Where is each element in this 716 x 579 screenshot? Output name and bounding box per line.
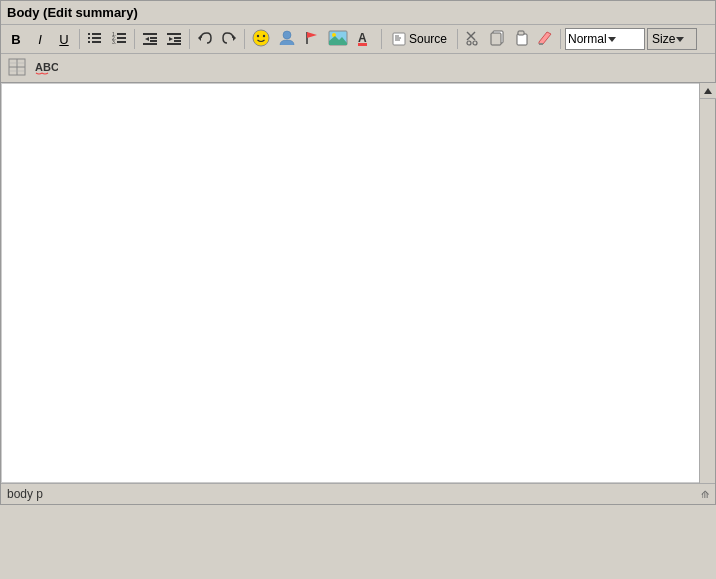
- eraser-icon: [537, 30, 553, 49]
- ordered-list-icon: 1. 2. 3.: [111, 30, 127, 49]
- svg-point-27: [263, 34, 265, 36]
- bold-button[interactable]: B: [5, 28, 27, 50]
- svg-marker-48: [539, 32, 551, 44]
- format-value: Normal: [568, 32, 607, 46]
- copy-icon: [489, 30, 505, 49]
- emoticon-icon: [252, 29, 270, 50]
- user-icon: [278, 29, 296, 50]
- separator3: [189, 29, 190, 49]
- source-button[interactable]: Source: [386, 28, 453, 50]
- spell-check-icon: ABC: [34, 58, 58, 79]
- svg-rect-47: [518, 31, 524, 35]
- separator2: [134, 29, 135, 49]
- cut-button[interactable]: [462, 28, 484, 50]
- source-label: Source: [409, 32, 447, 46]
- indent-button[interactable]: [163, 28, 185, 50]
- svg-rect-5: [92, 41, 101, 43]
- svg-point-42: [467, 41, 471, 45]
- svg-marker-24: [233, 35, 236, 41]
- spell-check-button[interactable]: ABC: [31, 57, 61, 79]
- italic-icon: I: [38, 32, 42, 47]
- table-icon: [8, 58, 26, 79]
- svg-rect-0: [88, 33, 90, 35]
- text-color-button[interactable]: A: [353, 28, 377, 50]
- resize-handle[interactable]: ⟰: [701, 489, 709, 500]
- svg-rect-4: [88, 41, 90, 43]
- underline-icon: U: [59, 32, 68, 47]
- svg-marker-13: [145, 37, 149, 41]
- undo-icon: [197, 30, 213, 49]
- svg-rect-45: [491, 33, 501, 45]
- ordered-list-button[interactable]: 1. 2. 3.: [108, 28, 130, 50]
- outdent-icon: [142, 30, 158, 49]
- svg-rect-7: [117, 33, 126, 35]
- paste-button[interactable]: [510, 28, 532, 50]
- svg-rect-35: [358, 43, 367, 46]
- size-select[interactable]: Size: [647, 28, 697, 50]
- size-dropdown-icon: [675, 34, 685, 44]
- svg-marker-23: [198, 35, 201, 41]
- svg-rect-20: [174, 37, 181, 39]
- eraser-button[interactable]: [534, 28, 556, 50]
- format-select[interactable]: Normal: [565, 28, 645, 50]
- svg-rect-36: [393, 33, 405, 45]
- svg-text:ABC: ABC: [35, 61, 58, 73]
- indent-icon: [166, 30, 182, 49]
- redo-icon: [221, 30, 237, 49]
- copy-button[interactable]: [486, 28, 508, 50]
- emoticon-button[interactable]: [249, 28, 273, 50]
- editor-title: Body (Edit summary): [1, 1, 715, 25]
- svg-point-25: [253, 30, 269, 46]
- svg-rect-16: [143, 43, 157, 45]
- format-dropdown-icon: [607, 34, 617, 44]
- source-icon: [392, 32, 406, 46]
- unordered-list-icon: [87, 30, 103, 49]
- svg-text:A: A: [358, 31, 367, 45]
- user-button[interactable]: [275, 28, 299, 50]
- separator6: [457, 29, 458, 49]
- flag-icon: [304, 30, 320, 49]
- svg-rect-46: [517, 34, 527, 45]
- editor-area[interactable]: [1, 83, 715, 483]
- unordered-list-button[interactable]: [84, 28, 106, 50]
- table-button[interactable]: [5, 57, 29, 79]
- editor-wrapper: [1, 83, 715, 483]
- editor-container: Body (Edit summary) B I U: [0, 0, 716, 505]
- svg-rect-21: [174, 40, 181, 42]
- separator1: [79, 29, 80, 49]
- separator5: [381, 29, 382, 49]
- status-bar: body p ⟰: [1, 483, 715, 504]
- scrollbar[interactable]: [699, 83, 715, 483]
- svg-marker-50: [608, 37, 616, 42]
- redo-button[interactable]: [218, 28, 240, 50]
- svg-marker-58: [704, 88, 712, 94]
- flag-button[interactable]: [301, 28, 323, 50]
- outdent-button[interactable]: [139, 28, 161, 50]
- svg-rect-15: [150, 40, 157, 42]
- scroll-up-icon: [704, 88, 712, 94]
- svg-point-43: [473, 41, 477, 45]
- toolbar-row1: B I U: [1, 25, 715, 54]
- svg-point-26: [257, 34, 259, 36]
- bold-icon: B: [11, 32, 20, 47]
- svg-rect-12: [143, 33, 157, 35]
- svg-rect-2: [88, 37, 90, 39]
- italic-button[interactable]: I: [29, 28, 51, 50]
- cut-icon: [465, 30, 481, 49]
- image-icon: [328, 30, 348, 49]
- svg-rect-22: [167, 43, 181, 45]
- undo-button[interactable]: [194, 28, 216, 50]
- svg-rect-11: [117, 41, 126, 43]
- svg-marker-30: [307, 32, 317, 38]
- toolbar-row2: ABC: [1, 54, 715, 83]
- svg-rect-9: [117, 37, 126, 39]
- svg-text:3.: 3.: [112, 39, 116, 45]
- text-color-icon: A: [356, 29, 374, 50]
- svg-point-28: [283, 31, 291, 39]
- scrollbar-up-button[interactable]: [700, 83, 716, 99]
- separator4: [244, 29, 245, 49]
- size-value: Size: [652, 32, 675, 46]
- underline-button[interactable]: U: [53, 28, 75, 50]
- paste-icon: [513, 30, 529, 49]
- image-button[interactable]: [325, 28, 351, 50]
